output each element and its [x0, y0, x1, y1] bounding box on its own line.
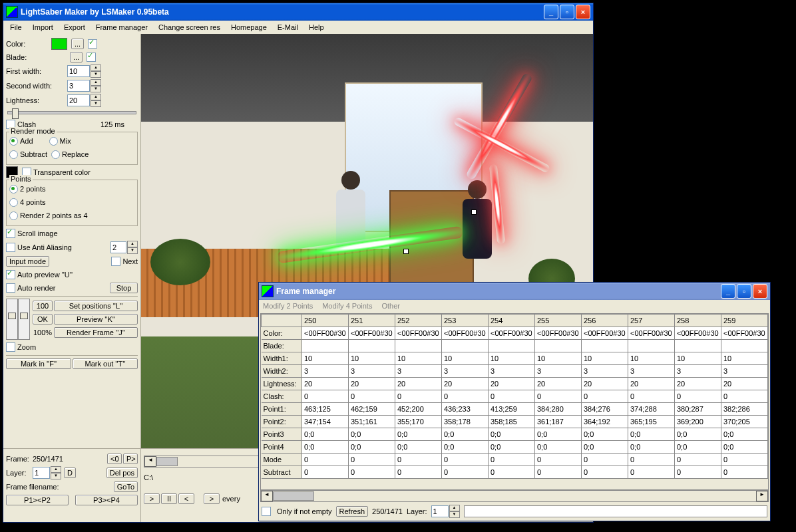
- fm-menu-modify-4-points[interactable]: Modify 4 Points: [322, 302, 372, 310]
- fm-cell[interactable]: 0: [442, 466, 489, 479]
- color-swatch[interactable]: [51, 38, 67, 50]
- fm-cell[interactable]: 0: [675, 466, 721, 479]
- fm-cell[interactable]: 358;185: [489, 416, 535, 428]
- fm-cell[interactable]: 452;200: [395, 403, 442, 416]
- fm-cell[interactable]: 0;0: [721, 441, 768, 454]
- scroll-left-button[interactable]: ◄: [144, 456, 156, 467]
- fm-cell[interactable]: 0: [349, 390, 395, 403]
- fm-cell[interactable]: <00FF00#30: [628, 327, 675, 340]
- fm-menu-modify-2-points[interactable]: Modify 2 Points: [263, 302, 313, 310]
- lightness-input[interactable]: [67, 94, 90, 106]
- fm-cell[interactable]: 0: [349, 454, 395, 466]
- fm-cell[interactable]: 3: [489, 365, 535, 378]
- minimize-button[interactable]: _: [544, 5, 558, 19]
- color-enable-check[interactable]: [88, 39, 97, 49]
- fm-cell[interactable]: [442, 340, 489, 352]
- fm-cell[interactable]: 463;125: [302, 403, 349, 416]
- set-positions-button[interactable]: Set positions ''L'': [54, 301, 138, 311]
- fm-col-header[interactable]: 257: [628, 315, 675, 327]
- fm-cell[interactable]: 0;0: [302, 428, 349, 441]
- fm-table[interactable]: 250251252253254255256257258259Color:<00F…: [261, 314, 768, 479]
- prev-frame-button[interactable]: <0: [107, 454, 122, 464]
- anti-alias-check[interactable]: [6, 243, 15, 252]
- fm-cell[interactable]: 0: [395, 466, 442, 479]
- fm-cell[interactable]: 384;280: [535, 403, 582, 416]
- fm-cell[interactable]: 436;233: [442, 403, 489, 416]
- fm-cell[interactable]: 0;0: [582, 428, 628, 441]
- play2-button[interactable]: >: [204, 493, 220, 504]
- fm-cell[interactable]: 0;0: [582, 441, 628, 454]
- close-button[interactable]: ×: [576, 5, 590, 19]
- fm-cell[interactable]: 3: [442, 365, 489, 378]
- fm-cell[interactable]: 0;0: [442, 441, 489, 454]
- fm-cell[interactable]: 0;0: [535, 441, 582, 454]
- fm-cell[interactable]: 413;259: [489, 403, 535, 416]
- rewind-button[interactable]: <: [178, 493, 194, 504]
- scroll-image-check[interactable]: [6, 229, 15, 238]
- goto-button[interactable]: GoTo: [114, 481, 138, 492]
- fm-cell[interactable]: 3: [349, 365, 395, 378]
- fm-close-button[interactable]: ×: [753, 284, 767, 299]
- fm-cell[interactable]: 0: [721, 454, 768, 466]
- points-2-radio[interactable]: [9, 185, 18, 194]
- fm-cell[interactable]: 0;0: [489, 441, 535, 454]
- fm-cell[interactable]: 0: [721, 466, 768, 479]
- layer-spinner[interactable]: ▲▼: [51, 466, 61, 479]
- fm-cell[interactable]: 384;276: [582, 403, 628, 416]
- fm-cell[interactable]: 365;195: [628, 416, 675, 428]
- fm-cell[interactable]: 355;170: [395, 416, 442, 428]
- fm-cell[interactable]: 0: [582, 466, 628, 479]
- first-width-spinner[interactable]: ▲▼: [91, 65, 101, 78]
- second-width-spinner[interactable]: ▲▼: [91, 79, 101, 92]
- anti-alias-input[interactable]: [110, 241, 126, 253]
- p1p2-button[interactable]: P1><P2: [6, 495, 69, 505]
- fm-cell[interactable]: 361;187: [535, 416, 582, 428]
- fm-cell[interactable]: <00FF00#30: [302, 327, 349, 340]
- fm-cell[interactable]: [349, 340, 395, 352]
- first-width-input[interactable]: [67, 65, 90, 77]
- fm-cell[interactable]: <00FF00#30: [349, 327, 395, 340]
- fm-menu-other[interactable]: Other: [381, 302, 400, 310]
- lightness-spinner[interactable]: ▲▼: [91, 94, 101, 107]
- fm-cell[interactable]: 0: [582, 390, 628, 403]
- fm-cell[interactable]: 0: [675, 454, 721, 466]
- fm-cell[interactable]: 20: [302, 378, 349, 390]
- fm-cell[interactable]: 20: [628, 378, 675, 390]
- render-subtract-radio[interactable]: [9, 150, 18, 159]
- maximize-button[interactable]: ▫: [560, 5, 574, 19]
- fm-cell[interactable]: 0: [489, 390, 535, 403]
- point-handle-1[interactable]: [403, 249, 409, 254]
- fm-cell[interactable]: 10: [582, 352, 628, 365]
- fm-cell[interactable]: 20: [489, 378, 535, 390]
- render-replace-radio[interactable]: [51, 150, 60, 159]
- menu-e-mail[interactable]: E-Mail: [274, 22, 302, 33]
- fm-cell[interactable]: 10: [395, 352, 442, 365]
- fm-col-header[interactable]: 253: [442, 315, 489, 327]
- points-4-radio[interactable]: [9, 198, 18, 207]
- blade-enable-check[interactable]: [87, 53, 96, 62]
- fm-hscroll[interactable]: ◄ ►: [260, 490, 769, 502]
- fm-cell[interactable]: 0;0: [349, 428, 395, 441]
- auto-preview-check[interactable]: [6, 270, 15, 279]
- mark-out-button[interactable]: Mark out ''T'': [73, 358, 138, 369]
- fm-scroll-thumb[interactable]: [273, 491, 314, 501]
- fm-cell[interactable]: 382;286: [721, 403, 768, 416]
- stop-button[interactable]: Stop: [110, 283, 138, 293]
- fm-cell[interactable]: 20: [675, 378, 721, 390]
- zoom-check[interactable]: [6, 342, 15, 352]
- fm-cell[interactable]: 0: [535, 390, 582, 403]
- fm-cell[interactable]: 20: [535, 378, 582, 390]
- fm-cell[interactable]: 0;0: [628, 428, 675, 441]
- fm-cell[interactable]: [535, 340, 582, 352]
- fm-cell[interactable]: 0;0: [675, 428, 721, 441]
- fm-cell[interactable]: 10: [535, 352, 582, 365]
- fm-cell[interactable]: 10: [675, 352, 721, 365]
- menu-export[interactable]: Export: [60, 22, 89, 33]
- main-titlebar[interactable]: LightSaber Maker by LSMaker 0.95beta _ ▫…: [3, 3, 593, 21]
- fm-col-header[interactable]: 251: [349, 315, 395, 327]
- fm-cell[interactable]: 3: [535, 365, 582, 378]
- fm-col-header[interactable]: 250: [302, 315, 349, 327]
- fm-col-header[interactable]: 259: [721, 315, 768, 327]
- fm-cell[interactable]: 0: [535, 466, 582, 479]
- fm-cell[interactable]: 369;200: [675, 416, 721, 428]
